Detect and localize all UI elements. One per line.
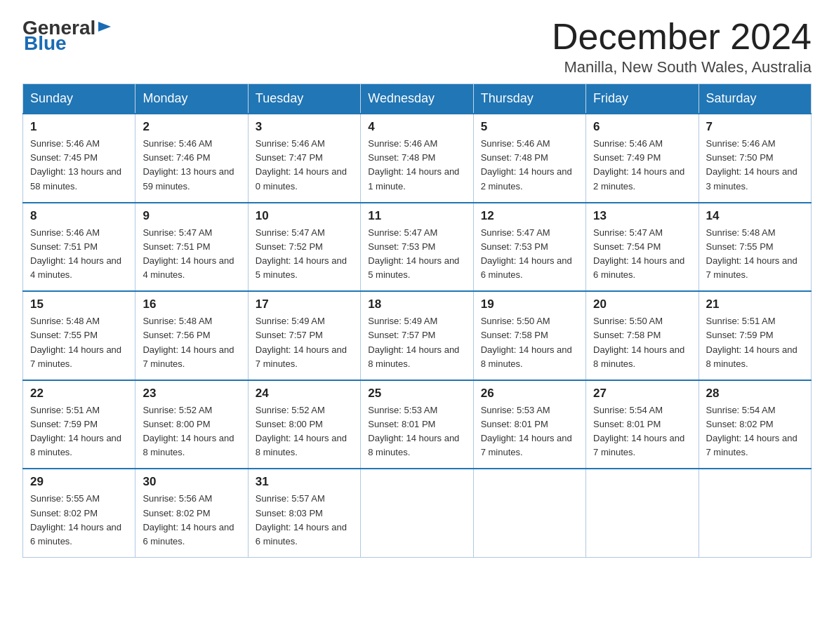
calendar-week-row: 15Sunrise: 5:48 AMSunset: 7:55 PMDayligh… [23, 291, 812, 380]
day-info: Sunrise: 5:53 AMSunset: 8:01 PMDaylight:… [368, 403, 465, 460]
day-number: 12 [481, 209, 578, 223]
day-info: Sunrise: 5:51 AMSunset: 7:59 PMDaylight:… [30, 403, 128, 460]
calendar-cell: 7Sunrise: 5:46 AMSunset: 7:50 PMDaylight… [699, 114, 811, 203]
day-number: 6 [593, 120, 691, 134]
day-number: 4 [368, 120, 465, 134]
calendar-cell: 11Sunrise: 5:47 AMSunset: 7:53 PMDayligh… [361, 203, 473, 292]
calendar-cell [361, 469, 473, 557]
day-info: Sunrise: 5:47 AMSunset: 7:54 PMDaylight:… [593, 226, 691, 283]
day-info: Sunrise: 5:50 AMSunset: 7:58 PMDaylight:… [593, 314, 691, 371]
calendar-cell [699, 469, 811, 557]
day-number: 1 [30, 120, 128, 134]
calendar-cell: 17Sunrise: 5:49 AMSunset: 7:57 PMDayligh… [248, 291, 360, 380]
col-header-saturday: Saturday [699, 84, 811, 114]
logo-arrow-icon [97, 19, 112, 34]
day-number: 14 [706, 209, 804, 223]
col-header-thursday: Thursday [473, 84, 585, 114]
calendar-cell: 30Sunrise: 5:56 AMSunset: 8:02 PMDayligh… [135, 469, 248, 557]
calendar-week-row: 8Sunrise: 5:46 AMSunset: 7:51 PMDaylight… [23, 203, 812, 292]
calendar-cell: 21Sunrise: 5:51 AMSunset: 7:59 PMDayligh… [699, 291, 811, 380]
svg-marker-0 [98, 22, 111, 32]
day-info: Sunrise: 5:49 AMSunset: 7:57 PMDaylight:… [368, 314, 465, 371]
day-info: Sunrise: 5:55 AMSunset: 8:02 PMDaylight:… [30, 492, 128, 549]
calendar-cell: 14Sunrise: 5:48 AMSunset: 7:55 PMDayligh… [699, 203, 811, 292]
calendar-cell: 13Sunrise: 5:47 AMSunset: 7:54 PMDayligh… [586, 203, 699, 292]
calendar-header-row: SundayMondayTuesdayWednesdayThursdayFrid… [23, 84, 812, 114]
col-header-friday: Friday [586, 84, 699, 114]
day-info: Sunrise: 5:54 AMSunset: 8:02 PMDaylight:… [706, 403, 804, 460]
month-title: December 2024 [552, 17, 812, 57]
day-number: 17 [256, 297, 353, 311]
calendar-cell: 23Sunrise: 5:52 AMSunset: 8:00 PMDayligh… [135, 380, 248, 469]
calendar-cell: 28Sunrise: 5:54 AMSunset: 8:02 PMDayligh… [699, 380, 811, 469]
calendar-cell: 26Sunrise: 5:53 AMSunset: 8:01 PMDayligh… [473, 380, 585, 469]
day-info: Sunrise: 5:48 AMSunset: 7:56 PMDaylight:… [143, 314, 240, 371]
day-number: 10 [256, 209, 353, 223]
day-info: Sunrise: 5:46 AMSunset: 7:47 PMDaylight:… [256, 137, 353, 194]
day-info: Sunrise: 5:52 AMSunset: 8:00 PMDaylight:… [143, 403, 240, 460]
day-number: 11 [368, 209, 465, 223]
day-info: Sunrise: 5:54 AMSunset: 8:01 PMDaylight:… [593, 403, 691, 460]
day-number: 18 [368, 297, 465, 311]
day-number: 8 [30, 209, 128, 223]
day-number: 29 [30, 475, 128, 489]
calendar-cell: 10Sunrise: 5:47 AMSunset: 7:52 PMDayligh… [248, 203, 360, 292]
day-number: 2 [143, 120, 240, 134]
calendar-cell: 27Sunrise: 5:54 AMSunset: 8:01 PMDayligh… [586, 380, 699, 469]
day-number: 22 [30, 387, 128, 401]
day-number: 25 [368, 387, 465, 401]
day-number: 13 [593, 209, 691, 223]
col-header-sunday: Sunday [23, 84, 135, 114]
day-number: 9 [143, 209, 240, 223]
calendar-cell: 19Sunrise: 5:50 AMSunset: 7:58 PMDayligh… [473, 291, 585, 380]
calendar-cell: 3Sunrise: 5:46 AMSunset: 7:47 PMDaylight… [248, 114, 360, 203]
day-info: Sunrise: 5:46 AMSunset: 7:46 PMDaylight:… [143, 137, 240, 194]
calendar-cell [586, 469, 699, 557]
day-info: Sunrise: 5:48 AMSunset: 7:55 PMDaylight:… [706, 226, 804, 283]
day-number: 28 [706, 387, 804, 401]
day-number: 26 [481, 387, 578, 401]
calendar-cell: 4Sunrise: 5:46 AMSunset: 7:48 PMDaylight… [361, 114, 473, 203]
day-number: 5 [481, 120, 578, 134]
day-info: Sunrise: 5:49 AMSunset: 7:57 PMDaylight:… [256, 314, 353, 371]
logo: General Blue [22, 17, 112, 55]
col-header-monday: Monday [135, 84, 248, 114]
calendar-cell: 15Sunrise: 5:48 AMSunset: 7:55 PMDayligh… [23, 291, 135, 380]
day-info: Sunrise: 5:46 AMSunset: 7:45 PMDaylight:… [30, 137, 128, 194]
calendar-cell: 16Sunrise: 5:48 AMSunset: 7:56 PMDayligh… [135, 291, 248, 380]
day-info: Sunrise: 5:51 AMSunset: 7:59 PMDaylight:… [706, 314, 804, 371]
day-number: 21 [706, 297, 804, 311]
calendar-cell: 9Sunrise: 5:47 AMSunset: 7:51 PMDaylight… [135, 203, 248, 292]
day-info: Sunrise: 5:46 AMSunset: 7:50 PMDaylight:… [706, 137, 804, 194]
calendar-week-row: 22Sunrise: 5:51 AMSunset: 7:59 PMDayligh… [23, 380, 812, 469]
calendar-cell: 29Sunrise: 5:55 AMSunset: 8:02 PMDayligh… [23, 469, 135, 557]
day-info: Sunrise: 5:50 AMSunset: 7:58 PMDaylight:… [481, 314, 578, 371]
calendar-cell: 6Sunrise: 5:46 AMSunset: 7:49 PMDaylight… [586, 114, 699, 203]
day-number: 7 [706, 120, 804, 134]
day-info: Sunrise: 5:53 AMSunset: 8:01 PMDaylight:… [481, 403, 578, 460]
calendar-table: SundayMondayTuesdayWednesdayThursdayFrid… [22, 83, 812, 558]
location-title: Manilla, New South Wales, Australia [552, 58, 812, 76]
calendar-cell: 12Sunrise: 5:47 AMSunset: 7:53 PMDayligh… [473, 203, 585, 292]
calendar-cell: 31Sunrise: 5:57 AMSunset: 8:03 PMDayligh… [248, 469, 360, 557]
day-number: 27 [593, 387, 691, 401]
day-number: 3 [256, 120, 353, 134]
calendar-cell: 8Sunrise: 5:46 AMSunset: 7:51 PMDaylight… [23, 203, 135, 292]
day-number: 15 [30, 297, 128, 311]
day-info: Sunrise: 5:46 AMSunset: 7:49 PMDaylight:… [593, 137, 691, 194]
day-number: 20 [593, 297, 691, 311]
calendar-week-row: 1Sunrise: 5:46 AMSunset: 7:45 PMDaylight… [23, 114, 812, 203]
day-number: 16 [143, 297, 240, 311]
calendar-cell: 20Sunrise: 5:50 AMSunset: 7:58 PMDayligh… [586, 291, 699, 380]
day-info: Sunrise: 5:56 AMSunset: 8:02 PMDaylight:… [143, 492, 240, 549]
calendar-cell: 18Sunrise: 5:49 AMSunset: 7:57 PMDayligh… [361, 291, 473, 380]
calendar-week-row: 29Sunrise: 5:55 AMSunset: 8:02 PMDayligh… [23, 469, 812, 557]
day-number: 19 [481, 297, 578, 311]
day-info: Sunrise: 5:47 AMSunset: 7:52 PMDaylight:… [256, 226, 353, 283]
day-number: 30 [143, 475, 240, 489]
calendar-cell: 2Sunrise: 5:46 AMSunset: 7:46 PMDaylight… [135, 114, 248, 203]
page-header: General Blue December 2024 Manilla, New … [22, 17, 812, 76]
col-header-wednesday: Wednesday [361, 84, 473, 114]
calendar-cell: 1Sunrise: 5:46 AMSunset: 7:45 PMDaylight… [23, 114, 135, 203]
day-info: Sunrise: 5:47 AMSunset: 7:51 PMDaylight:… [143, 226, 240, 283]
